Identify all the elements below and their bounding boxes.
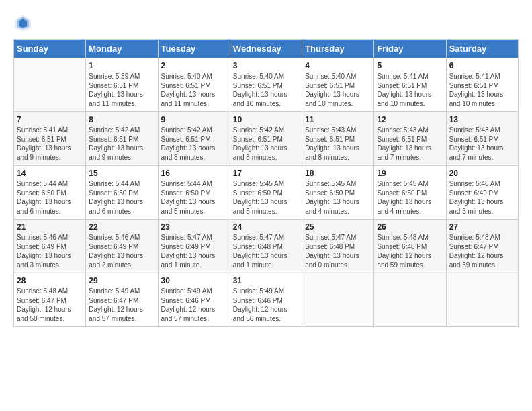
day-number: 11 bbox=[305, 115, 371, 124]
day-info: Sunrise: 5:46 AM Sunset: 6:49 PM Dayligh… bbox=[89, 233, 154, 269]
day-number: 19 bbox=[377, 169, 443, 178]
day-number: 2 bbox=[161, 61, 227, 71]
day-info: Sunrise: 5:49 AM Sunset: 6:46 PM Dayligh… bbox=[161, 287, 227, 323]
calendar-cell: 17Sunrise: 5:45 AM Sunset: 6:50 PM Dayli… bbox=[230, 166, 302, 220]
calendar-cell: 9Sunrise: 5:42 AM Sunset: 6:51 PM Daylig… bbox=[158, 112, 230, 166]
calendar-cell: 2Sunrise: 5:40 AM Sunset: 6:51 PM Daylig… bbox=[158, 58, 230, 112]
day-info: Sunrise: 5:42 AM Sunset: 6:51 PM Dayligh… bbox=[89, 126, 154, 162]
day-number: 27 bbox=[449, 222, 515, 232]
day-info: Sunrise: 5:48 AM Sunset: 6:47 PM Dayligh… bbox=[449, 233, 515, 269]
day-info: Sunrise: 5:39 AM Sunset: 6:51 PM Dayligh… bbox=[89, 72, 154, 108]
calendar-cell: 28Sunrise: 5:48 AM Sunset: 6:47 PM Dayli… bbox=[14, 273, 86, 327]
calendar-cell: 29Sunrise: 5:49 AM Sunset: 6:47 PM Dayli… bbox=[86, 273, 158, 327]
day-info: Sunrise: 5:47 AM Sunset: 6:48 PM Dayligh… bbox=[305, 233, 371, 269]
col-header-tuesday: Tuesday bbox=[158, 40, 230, 58]
day-number: 16 bbox=[161, 169, 227, 178]
calendar-table: SundayMondayTuesdayWednesdayThursdayFrid… bbox=[13, 39, 519, 327]
calendar-cell: 6Sunrise: 5:41 AM Sunset: 6:51 PM Daylig… bbox=[446, 58, 518, 112]
col-header-wednesday: Wednesday bbox=[230, 40, 302, 58]
day-info: Sunrise: 5:44 AM Sunset: 6:50 PM Dayligh… bbox=[89, 179, 154, 216]
day-info: Sunrise: 5:48 AM Sunset: 6:47 PM Dayligh… bbox=[17, 287, 83, 323]
day-number: 23 bbox=[161, 222, 227, 232]
day-info: Sunrise: 5:46 AM Sunset: 6:49 PM Dayligh… bbox=[449, 179, 515, 216]
day-number: 1 bbox=[89, 61, 154, 71]
calendar-cell: 12Sunrise: 5:43 AM Sunset: 6:51 PM Dayli… bbox=[374, 112, 446, 166]
day-info: Sunrise: 5:43 AM Sunset: 6:51 PM Dayligh… bbox=[377, 126, 443, 162]
day-info: Sunrise: 5:44 AM Sunset: 6:50 PM Dayligh… bbox=[161, 179, 227, 216]
calendar-cell: 5Sunrise: 5:41 AM Sunset: 6:51 PM Daylig… bbox=[374, 58, 446, 112]
calendar-cell: 19Sunrise: 5:45 AM Sunset: 6:50 PM Dayli… bbox=[374, 166, 446, 220]
calendar-cell: 1Sunrise: 5:39 AM Sunset: 6:51 PM Daylig… bbox=[86, 58, 158, 112]
calendar-cell: 13Sunrise: 5:43 AM Sunset: 6:51 PM Dayli… bbox=[446, 112, 518, 166]
calendar-cell: 30Sunrise: 5:49 AM Sunset: 6:46 PM Dayli… bbox=[158, 273, 230, 327]
calendar-cell bbox=[446, 273, 518, 327]
logo-icon bbox=[13, 13, 32, 32]
day-info: Sunrise: 5:44 AM Sunset: 6:50 PM Dayligh… bbox=[17, 179, 83, 216]
day-info: Sunrise: 5:49 AM Sunset: 6:47 PM Dayligh… bbox=[89, 287, 154, 323]
calendar-cell: 14Sunrise: 5:44 AM Sunset: 6:50 PM Dayli… bbox=[14, 166, 86, 220]
calendar-cell: 7Sunrise: 5:41 AM Sunset: 6:51 PM Daylig… bbox=[14, 112, 86, 166]
day-info: Sunrise: 5:46 AM Sunset: 6:49 PM Dayligh… bbox=[17, 233, 83, 269]
day-info: Sunrise: 5:42 AM Sunset: 6:51 PM Dayligh… bbox=[233, 126, 299, 162]
day-info: Sunrise: 5:45 AM Sunset: 6:50 PM Dayligh… bbox=[305, 179, 371, 216]
day-number: 5 bbox=[377, 61, 443, 71]
day-number: 3 bbox=[233, 61, 299, 71]
calendar-cell: 24Sunrise: 5:47 AM Sunset: 6:48 PM Dayli… bbox=[230, 220, 302, 273]
day-number: 29 bbox=[89, 276, 154, 285]
day-number: 6 bbox=[449, 61, 515, 71]
col-header-thursday: Thursday bbox=[302, 40, 374, 58]
calendar-cell: 25Sunrise: 5:47 AM Sunset: 6:48 PM Dayli… bbox=[302, 220, 374, 273]
day-info: Sunrise: 5:47 AM Sunset: 6:48 PM Dayligh… bbox=[233, 233, 299, 269]
col-header-friday: Friday bbox=[374, 40, 446, 58]
day-number: 14 bbox=[17, 169, 83, 178]
day-number: 21 bbox=[17, 222, 83, 232]
calendar-cell: 16Sunrise: 5:44 AM Sunset: 6:50 PM Dayli… bbox=[158, 166, 230, 220]
day-info: Sunrise: 5:41 AM Sunset: 6:51 PM Dayligh… bbox=[449, 72, 515, 108]
calendar-cell: 10Sunrise: 5:42 AM Sunset: 6:51 PM Dayli… bbox=[230, 112, 302, 166]
col-header-monday: Monday bbox=[86, 40, 158, 58]
calendar-cell: 23Sunrise: 5:47 AM Sunset: 6:49 PM Dayli… bbox=[158, 220, 230, 273]
logo bbox=[13, 13, 35, 32]
calendar-cell: 31Sunrise: 5:49 AM Sunset: 6:46 PM Dayli… bbox=[230, 273, 302, 327]
calendar-cell: 18Sunrise: 5:45 AM Sunset: 6:50 PM Dayli… bbox=[302, 166, 374, 220]
calendar-cell bbox=[374, 273, 446, 327]
day-info: Sunrise: 5:40 AM Sunset: 6:51 PM Dayligh… bbox=[161, 72, 227, 108]
day-number: 24 bbox=[233, 222, 299, 232]
day-number: 13 bbox=[449, 115, 515, 124]
calendar-cell: 22Sunrise: 5:46 AM Sunset: 6:49 PM Dayli… bbox=[86, 220, 158, 273]
calendar-cell: 21Sunrise: 5:46 AM Sunset: 6:49 PM Dayli… bbox=[14, 220, 86, 273]
day-number: 26 bbox=[377, 222, 443, 232]
calendar-cell: 15Sunrise: 5:44 AM Sunset: 6:50 PM Dayli… bbox=[86, 166, 158, 220]
day-info: Sunrise: 5:40 AM Sunset: 6:51 PM Dayligh… bbox=[305, 72, 371, 108]
calendar-cell bbox=[302, 273, 374, 327]
calendar-cell: 20Sunrise: 5:46 AM Sunset: 6:49 PM Dayli… bbox=[446, 166, 518, 220]
day-number: 15 bbox=[89, 169, 154, 178]
day-info: Sunrise: 5:49 AM Sunset: 6:46 PM Dayligh… bbox=[233, 287, 299, 323]
day-number: 7 bbox=[17, 115, 83, 124]
day-number: 4 bbox=[305, 61, 371, 71]
day-number: 20 bbox=[449, 169, 515, 178]
day-info: Sunrise: 5:43 AM Sunset: 6:51 PM Dayligh… bbox=[305, 126, 371, 162]
day-number: 12 bbox=[377, 115, 443, 124]
calendar-cell: 27Sunrise: 5:48 AM Sunset: 6:47 PM Dayli… bbox=[446, 220, 518, 273]
day-number: 8 bbox=[89, 115, 154, 124]
calendar-cell: 11Sunrise: 5:43 AM Sunset: 6:51 PM Dayli… bbox=[302, 112, 374, 166]
day-number: 22 bbox=[89, 222, 154, 232]
day-number: 18 bbox=[305, 169, 371, 178]
day-number: 10 bbox=[233, 115, 299, 124]
col-header-sunday: Sunday bbox=[14, 40, 86, 58]
calendar-cell: 4Sunrise: 5:40 AM Sunset: 6:51 PM Daylig… bbox=[302, 58, 374, 112]
day-number: 9 bbox=[161, 115, 227, 124]
day-number: 17 bbox=[233, 169, 299, 178]
day-number: 28 bbox=[17, 276, 83, 285]
calendar-cell bbox=[14, 58, 86, 112]
day-info: Sunrise: 5:47 AM Sunset: 6:49 PM Dayligh… bbox=[161, 233, 227, 269]
day-info: Sunrise: 5:45 AM Sunset: 6:50 PM Dayligh… bbox=[377, 179, 443, 216]
day-info: Sunrise: 5:45 AM Sunset: 6:50 PM Dayligh… bbox=[233, 179, 299, 216]
day-number: 30 bbox=[161, 276, 227, 285]
day-info: Sunrise: 5:42 AM Sunset: 6:51 PM Dayligh… bbox=[161, 126, 227, 162]
day-info: Sunrise: 5:40 AM Sunset: 6:51 PM Dayligh… bbox=[233, 72, 299, 108]
day-number: 25 bbox=[305, 222, 371, 232]
day-info: Sunrise: 5:41 AM Sunset: 6:51 PM Dayligh… bbox=[377, 72, 443, 108]
day-info: Sunrise: 5:48 AM Sunset: 6:48 PM Dayligh… bbox=[377, 233, 443, 269]
